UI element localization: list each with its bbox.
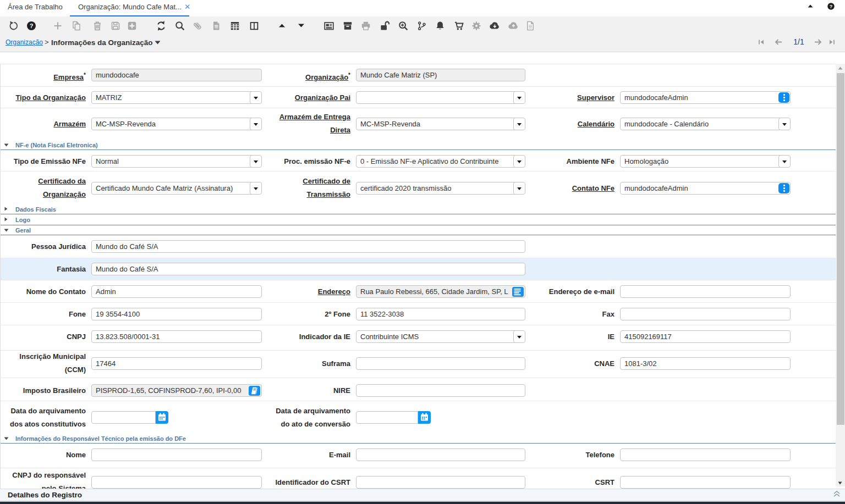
- svg-text:?: ?: [30, 23, 34, 29]
- svg-text:?: ?: [830, 4, 833, 9]
